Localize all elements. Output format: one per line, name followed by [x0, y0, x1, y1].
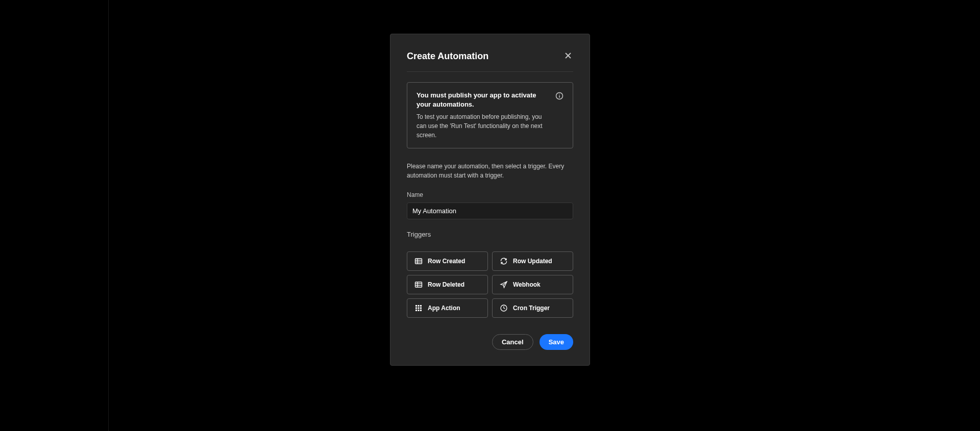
modal-title: Create Automation	[407, 51, 488, 62]
svg-rect-19	[420, 308, 422, 309]
info-title: You must publish your app to activate yo…	[416, 91, 548, 109]
svg-rect-20	[415, 310, 417, 311]
modal-body: You must publish your app to activate yo…	[407, 72, 573, 350]
trigger-label: Row Created	[428, 258, 465, 265]
info-content: You must publish your app to activate yo…	[416, 91, 548, 140]
trigger-grid: Row Created Row Updated	[407, 251, 573, 318]
svg-rect-17	[415, 308, 417, 309]
cancel-button[interactable]: Cancel	[492, 334, 533, 350]
modal-footer: Cancel Save	[407, 334, 573, 350]
trigger-label: Row Updated	[513, 258, 552, 265]
modal-overlay: Create Automation You must publish your …	[0, 0, 980, 431]
refresh-icon	[500, 257, 508, 265]
svg-rect-15	[418, 305, 420, 307]
trigger-row-updated[interactable]: Row Updated	[492, 251, 573, 271]
trigger-row-deleted[interactable]: Row Deleted	[407, 275, 488, 294]
svg-rect-9	[415, 282, 422, 287]
trigger-label: Webhook	[513, 281, 541, 288]
publish-info-box: You must publish your app to activate yo…	[407, 82, 573, 148]
trigger-cron[interactable]: Cron Trigger	[492, 298, 573, 318]
save-button[interactable]: Save	[540, 334, 573, 350]
modal-header: Create Automation	[407, 50, 573, 72]
info-description: To test your automation before publishin…	[416, 112, 548, 140]
triggers-label: Triggers	[407, 231, 573, 238]
name-label: Name	[407, 191, 573, 198]
trigger-label: App Action	[428, 305, 460, 312]
table-icon	[414, 257, 423, 265]
send-icon	[500, 281, 508, 289]
svg-rect-22	[420, 310, 422, 311]
svg-rect-21	[418, 310, 420, 311]
close-icon	[564, 52, 572, 61]
automation-name-input[interactable]	[407, 202, 573, 219]
close-button[interactable]	[563, 50, 573, 62]
trigger-row-created[interactable]: Row Created	[407, 251, 488, 271]
svg-rect-14	[415, 305, 417, 307]
grid-icon	[414, 304, 423, 312]
svg-rect-18	[418, 308, 420, 309]
table-delete-icon	[414, 281, 423, 289]
create-automation-modal: Create Automation You must publish your …	[390, 34, 590, 366]
trigger-label: Cron Trigger	[513, 305, 550, 312]
svg-rect-5	[415, 259, 422, 264]
clock-icon	[500, 304, 508, 312]
trigger-label: Row Deleted	[428, 281, 464, 288]
trigger-app-action[interactable]: App Action	[407, 298, 488, 318]
helper-text: Please name your automation, then select…	[407, 162, 573, 180]
svg-point-4	[559, 94, 559, 94]
info-icon	[555, 92, 564, 102]
svg-rect-16	[420, 305, 422, 307]
trigger-webhook[interactable]: Webhook	[492, 275, 573, 294]
